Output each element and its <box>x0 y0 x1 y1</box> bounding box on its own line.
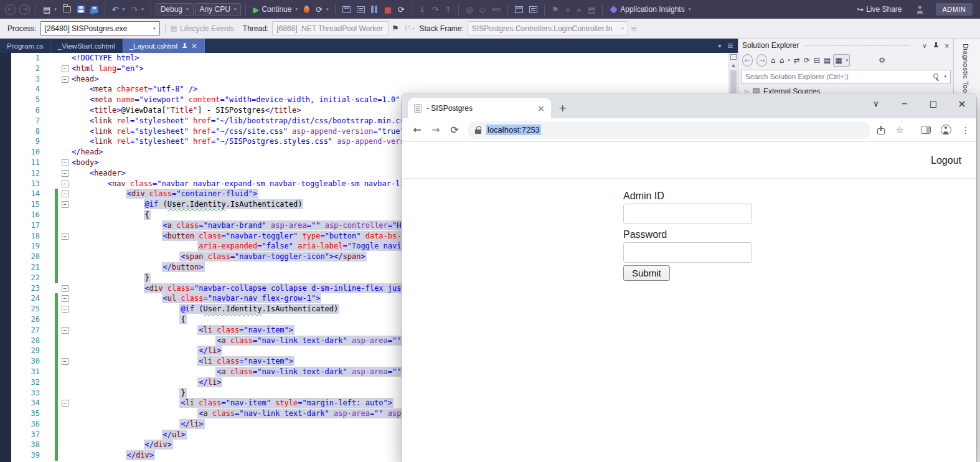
switch-views-icon[interactable]: ⌂▾ <box>778 54 791 67</box>
exception-settings-icon[interactable]: ◇ <box>477 2 488 17</box>
url-text[interactable]: localhost:7253 <box>486 125 541 135</box>
navigate-forward-icon[interactable]: → <box>19 4 30 15</box>
show-threads-in-source-icon[interactable]: ≡ <box>631 24 638 33</box>
collapse-region-icon[interactable]: − <box>62 201 68 208</box>
collapse-region-icon[interactable]: − <box>62 76 68 83</box>
abc-icon[interactable]: abc <box>489 2 504 17</box>
stack-frame-dropdown[interactable]: SISPostgres.Controllers.LoginController.… <box>468 21 628 35</box>
options-icon[interactable]: ⊞ <box>728 42 733 49</box>
undo-icon[interactable]: ↶▾ <box>110 2 127 17</box>
live-share-button[interactable]: ↪Live Share <box>854 2 904 17</box>
close-tab-icon[interactable]: × <box>537 103 545 113</box>
application-insights-button[interactable]: Application Insights▾ <box>607 2 693 17</box>
step-into-icon[interactable]: ↓ <box>417 2 428 17</box>
collapse-all-icon[interactable]: ⊟ <box>813 54 821 67</box>
collapse-region-icon[interactable]: − <box>62 181 68 187</box>
address-bar[interactable]: localhost:7253 <box>468 121 870 139</box>
process-dropdown[interactable]: [26480] SISPostgres.exe ▾ <box>40 21 160 35</box>
properties-icon[interactable]: ⚙ <box>877 54 887 67</box>
new-file-icon[interactable]: ▤▾ <box>40 2 59 17</box>
step-out-icon[interactable]: ↑ <box>442 2 454 17</box>
chevron-down-icon[interactable]: ▾ <box>944 74 946 79</box>
redo-icon[interactable]: ↷▾ <box>128 2 146 17</box>
show-all-files-icon[interactable]: ▤ <box>822 54 832 67</box>
watch-window-icon[interactable] <box>527 2 540 17</box>
collapse-region-icon[interactable]: − <box>62 306 68 313</box>
person-add-icon[interactable] <box>913 2 927 17</box>
open-folder-icon[interactable] <box>60 2 73 17</box>
bookmark-star-icon[interactable]: ☆ <box>895 125 903 136</box>
close-icon[interactable]: × <box>948 93 976 113</box>
previous-bookmark-icon[interactable]: « <box>563 2 573 17</box>
maximize-icon[interactable]: □ <box>919 93 948 113</box>
solution-configurations-dropdown[interactable]: Debug▾ <box>156 3 194 16</box>
immediate-window-icon[interactable] <box>354 2 367 17</box>
next-bookmark-icon[interactable]: » <box>574 2 584 17</box>
save-icon[interactable] <box>75 2 87 17</box>
flag-outline-icon[interactable]: ⚐▾ <box>404 24 415 33</box>
breakpoints-icon[interactable]: ◎ <box>463 2 475 17</box>
forward-icon[interactable]: → <box>426 124 445 136</box>
tab-program-cs[interactable]: Program.cs <box>0 39 51 53</box>
forward-icon[interactable]: → <box>756 54 767 67</box>
collapse-region-icon[interactable]: − <box>62 400 68 407</box>
share-icon[interactable] <box>877 126 885 134</box>
collapse-region-icon[interactable]: − <box>62 170 68 177</box>
account-button[interactable]: ADMIN <box>936 3 973 16</box>
collapse-region-icon[interactable]: − <box>62 233 68 240</box>
collapse-region-icon[interactable]: − <box>62 358 68 365</box>
split-editor-icon[interactable] <box>730 54 737 60</box>
hot-reload-icon[interactable] <box>301 2 312 17</box>
collapse-region-icon[interactable]: − <box>62 191 68 197</box>
lifecycle-events-button[interactable]: ▤ Lifecycle Events <box>171 24 234 33</box>
active-files-dropdown-icon[interactable]: ▾ <box>719 42 722 49</box>
chevron-down-icon[interactable]: ∨ <box>922 42 926 49</box>
back-icon[interactable]: ← <box>408 124 426 136</box>
thread-dropdown[interactable]: [6868] .NET ThreadPool Worker ▾ <box>272 21 389 35</box>
back-icon[interactable]: ← <box>742 54 753 67</box>
browser-tab[interactable]: - SISPostgres × <box>408 98 551 118</box>
side-panel-icon[interactable] <box>921 126 931 134</box>
bookmarks-window-icon[interactable]: ▤ <box>585 2 598 17</box>
bookmark-icon[interactable]: ⚑ <box>549 2 562 17</box>
output-window-icon[interactable] <box>512 2 525 17</box>
preview-selected-items-icon[interactable]: ▦▾ <box>833 54 850 67</box>
restart-debugging-icon[interactable]: ⟳ <box>395 2 407 17</box>
collapse-region-icon[interactable]: − <box>62 327 68 334</box>
close-icon[interactable]: × <box>945 42 949 49</box>
pin-icon[interactable] <box>181 42 187 50</box>
tab--layout-cshtml[interactable]: _Layout.cshtml× <box>123 39 205 53</box>
menu-kebab-icon[interactable]: ⋮ <box>961 125 970 135</box>
close-icon[interactable]: × <box>191 42 197 50</box>
stop-debugging-icon[interactable]: ■ <box>381 2 393 17</box>
scroll-up-icon[interactable]: ▲ <box>729 63 738 68</box>
home-icon[interactable]: ⌂ <box>770 54 777 67</box>
collapse-region-icon[interactable]: − <box>62 159 68 166</box>
search-input[interactable]: Search Solution Explorer (Ctrl+;) <box>745 73 930 80</box>
collapse-region-icon[interactable]: − <box>62 295 68 302</box>
sync-with-active-document-icon[interactable]: ⇄ <box>793 54 801 67</box>
solution-explorer-search[interactable]: Search Solution Explorer (Ctrl+;) ▾ <box>741 70 951 83</box>
profile-avatar-icon[interactable] <box>941 125 951 135</box>
collapse-region-icon[interactable]: − <box>62 65 68 72</box>
minimize-icon[interactable]: − <box>890 93 919 113</box>
restart-icon[interactable]: ⟳▾ <box>313 2 331 17</box>
save-all-icon[interactable] <box>88 2 100 17</box>
tab-search-icon[interactable]: ∨ <box>862 93 890 113</box>
solution-platforms-dropdown[interactable]: Any CPU▾ <box>195 3 242 16</box>
submit-button[interactable]: Submit <box>623 265 670 281</box>
continue-button[interactable]: ▶Continue▾ <box>250 2 300 17</box>
tab--viewstart-cshtml[interactable]: _ViewStart.cshtml <box>51 39 123 53</box>
reload-icon[interactable]: ⟳ <box>445 124 464 136</box>
logout-link[interactable]: Logout <box>931 155 961 166</box>
lock-icon[interactable] <box>475 126 481 134</box>
step-over-icon[interactable]: ↷ <box>430 2 441 17</box>
break-all-icon[interactable] <box>369 2 380 17</box>
diagnostic-tools-window-icon[interactable] <box>340 2 353 17</box>
search-icon[interactable] <box>933 73 940 80</box>
pin-icon[interactable] <box>933 42 939 49</box>
admin-id-field[interactable] <box>623 204 752 224</box>
refresh-icon[interactable]: ⟳ <box>803 54 811 67</box>
collapse-region-icon[interactable]: − <box>62 285 68 292</box>
flag-icon[interactable]: ⚑ <box>392 24 399 33</box>
